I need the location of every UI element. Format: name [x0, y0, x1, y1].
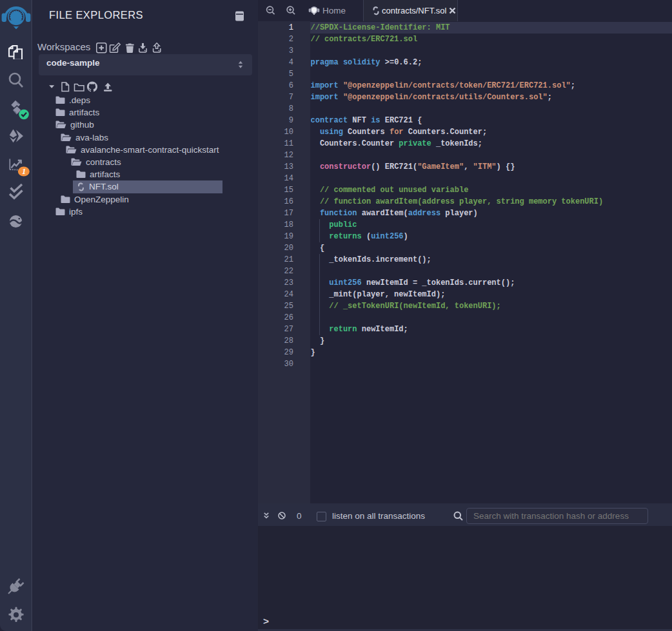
svg-text:1: 1: [22, 167, 26, 176]
